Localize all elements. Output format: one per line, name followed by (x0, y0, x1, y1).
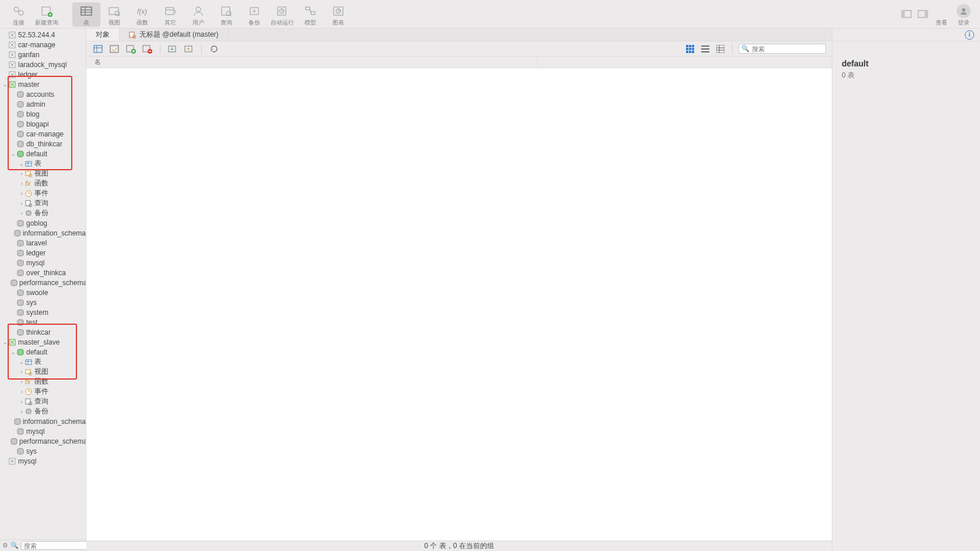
tree-item-default[interactable]: ⌄default (0, 149, 86, 159)
expand-arrow[interactable]: › (19, 389, 24, 395)
info-icon[interactable]: i (965, 30, 974, 40)
tree-item-laravel[interactable]: laravel (0, 238, 86, 248)
tree-item---[interactable]: ›视图 (0, 169, 86, 178)
tree-item--[interactable]: ⌄表 (0, 159, 86, 169)
toolbar-query-button[interactable]: 查询 (212, 2, 240, 27)
panel-left-toggle[interactable] (898, 6, 915, 22)
connection-tree[interactable]: 52.53.244.4car-manageganfanlaradock_mysq… (0, 29, 86, 539)
open-table-button[interactable] (92, 43, 105, 55)
expand-arrow[interactable]: › (19, 399, 24, 405)
tree-item-over-thinkca[interactable]: over_thinkca (0, 268, 86, 278)
svg-rect-49 (26, 162, 32, 166)
tree-item-ledger[interactable]: ledger (0, 248, 86, 258)
tree-item---[interactable]: ›视图 (0, 367, 86, 377)
toolbar-newquery-button[interactable]: 新建查询 (33, 2, 61, 27)
toolbar-fx-button[interactable]: f(x)函数 (128, 2, 156, 27)
toolbar-user-button[interactable]: 用户 (184, 2, 212, 27)
expand-arrow[interactable]: › (19, 191, 24, 196)
tree-item-mysql[interactable]: mysql (0, 456, 86, 466)
expand-arrow[interactable]: ⌄ (10, 349, 16, 355)
delete-table-button[interactable] (141, 43, 154, 55)
tree-item-thinkcar[interactable]: thinkcar (0, 327, 86, 337)
tab---[interactable]: 对象 (86, 29, 120, 41)
expand-arrow[interactable]: › (19, 181, 24, 187)
expand-arrow[interactable]: ⌄ (10, 151, 16, 157)
tree-item-performance-schema[interactable]: performance_schema (0, 278, 86, 287)
object-search[interactable]: 🔍 (738, 44, 826, 54)
tree-item---[interactable]: ›fx函数 (0, 178, 86, 188)
tab------default--master-[interactable]: 无标题 @default (master) (120, 29, 229, 41)
view-grid-button[interactable] (684, 44, 696, 54)
design-table-button[interactable] (108, 43, 121, 55)
main-area: 52.53.244.4car-manageganfanlaradock_mysq… (0, 29, 980, 551)
expand-arrow[interactable]: ⌄ (19, 161, 24, 167)
export-button[interactable] (183, 43, 195, 55)
tree-item-swoole[interactable]: swoole (0, 287, 86, 297)
expand-arrow[interactable]: › (19, 409, 24, 415)
expand-arrow[interactable]: › (19, 369, 24, 375)
object-search-input[interactable] (752, 45, 832, 52)
tree-item-sys[interactable]: sys (0, 297, 86, 307)
tree-item-master[interactable]: ⌄master (0, 79, 86, 89)
column-name[interactable]: 名 (94, 58, 538, 66)
toolbar-other-button[interactable]: 其它 (156, 2, 184, 27)
expand-arrow[interactable]: › (19, 379, 24, 385)
toolbar-view-button[interactable]: 视图 (100, 2, 128, 27)
tree-item---[interactable]: ›查询 (0, 198, 86, 208)
toolbar-label: 新建查询 (35, 19, 58, 27)
tree-item-sys[interactable]: sys (0, 446, 86, 456)
tree-item-car-manage[interactable]: car-manage (0, 129, 86, 139)
new-table-button[interactable] (125, 43, 138, 55)
view-list-button[interactable] (699, 44, 711, 54)
toolbar-table-button[interactable]: 表 (72, 2, 100, 27)
tree-item-db-thinkcar[interactable]: db_thinkcar (0, 139, 86, 149)
tree-item-blogapi[interactable]: blogapi (0, 119, 86, 129)
tree-item-admin[interactable]: admin (0, 99, 86, 109)
tree-item-performance-schema[interactable]: performance_schema (0, 436, 86, 446)
svg-rect-114 (689, 51, 691, 53)
toolbar-chart-button[interactable]: 图表 (324, 2, 352, 27)
toolbar-auto-button[interactable]: 自动运行 (268, 2, 296, 27)
svg-rect-119 (716, 45, 724, 53)
tree-item-information-schema[interactable]: information_schema (0, 228, 86, 238)
expand-arrow[interactable]: › (19, 171, 24, 177)
tree-item---[interactable]: ›备份 (0, 406, 86, 416)
tree-item-goblog[interactable]: goblog (0, 218, 86, 228)
expand-arrow[interactable]: ⌄ (19, 359, 24, 365)
tree-item---[interactable]: ›事件 (0, 387, 86, 396)
tree-item-default[interactable]: ⌄default (0, 347, 86, 357)
toolbar-backup-button[interactable]: 备份 (240, 2, 268, 27)
tree-item-laradock-mysql[interactable]: laradock_mysql (0, 59, 86, 69)
tree-item---[interactable]: ›fx函数 (0, 377, 86, 387)
tree-item-ledger[interactable]: ledger (0, 69, 86, 79)
expand-arrow[interactable]: › (19, 210, 24, 216)
panel-right-toggle[interactable] (915, 6, 931, 22)
refresh-button[interactable] (208, 43, 220, 55)
tree-item-accounts[interactable]: accounts (0, 89, 86, 99)
expand-arrow[interactable]: ⌄ (2, 82, 8, 87)
expand-arrow[interactable]: ⌄ (2, 339, 8, 345)
login-button[interactable]: 登录 (952, 2, 975, 27)
settings-icon[interactable]: ⚙ (2, 542, 8, 549)
toolbar-plug-button[interactable]: 连接 (5, 2, 33, 27)
tree-item-mysql[interactable]: mysql (0, 258, 86, 268)
tree-item-master-slave[interactable]: ⌄master_slave (0, 337, 86, 347)
tree-item--[interactable]: ⌄表 (0, 357, 86, 367)
tree-item---[interactable]: ›查询 (0, 396, 86, 406)
view-detail-button[interactable] (715, 44, 726, 54)
import-button[interactable] (166, 43, 179, 55)
tree-item---[interactable]: ›事件 (0, 188, 86, 198)
expand-arrow[interactable]: › (19, 201, 24, 206)
tree-item-car-manage[interactable]: car-manage (0, 40, 86, 50)
tree-item---[interactable]: ›备份 (0, 208, 86, 218)
toolbar-label: 自动运行 (271, 19, 294, 27)
tree-item-information-schema[interactable]: information_schema (0, 416, 86, 426)
tree-item-mysql[interactable]: mysql (0, 426, 86, 436)
tree-item-test[interactable]: test (0, 317, 86, 327)
sidebar-footer: ⚙ 🔍 (0, 539, 86, 551)
tree-item-52-53-244-4[interactable]: 52.53.244.4 (0, 30, 86, 40)
tree-item-ganfan[interactable]: ganfan (0, 50, 86, 59)
toolbar-model-button[interactable]: 模型 (296, 2, 324, 27)
tree-item-blog[interactable]: blog (0, 109, 86, 119)
tree-item-system[interactable]: system (0, 307, 86, 317)
